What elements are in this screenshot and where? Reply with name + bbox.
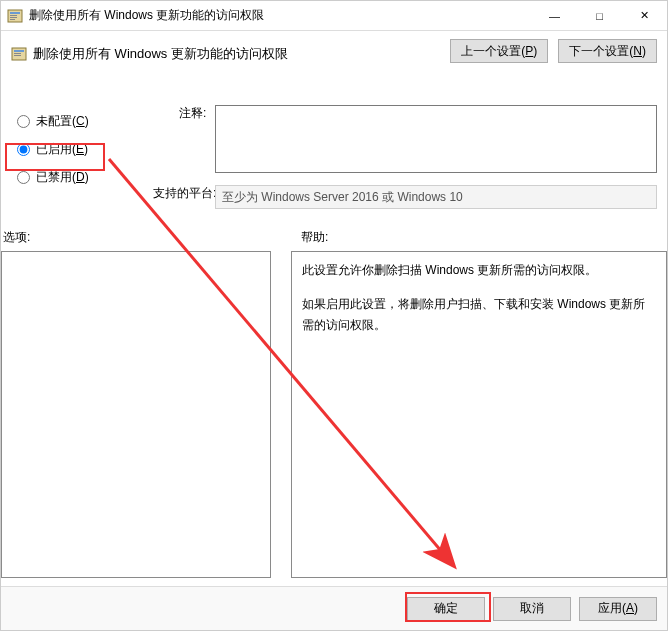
policy-icon [7,8,23,24]
cancel-button[interactable]: 取消 [493,597,571,621]
radio-enabled-label: 已启用(E) [36,141,88,158]
content-area: 删除使用所有 Windows 更新功能的访问权限 上一个设置(P) 下一个设置(… [1,31,667,586]
help-paragraph-2: 如果启用此设置，将删除用户扫描、下载和安装 Windows 更新所需的访问权限。 [302,294,656,335]
dialog-footer: 确定 取消 应用(A) [1,586,667,630]
help-header: 帮助: [301,229,328,246]
radio-enabled[interactable]: 已启用(E) [11,137,161,161]
policy-icon [11,46,27,62]
ok-button[interactable]: 确定 [407,597,485,621]
radio-disabled[interactable]: 已禁用(D) [11,165,161,189]
next-setting-button[interactable]: 下一个设置(N) [558,39,657,63]
svg-rect-1 [10,12,20,14]
close-button[interactable]: ✕ [622,1,667,30]
help-pane[interactable]: 此设置允许你删除扫描 Windows 更新所需的访问权限。 如果启用此设置，将删… [291,251,667,578]
options-pane[interactable] [1,251,271,578]
platform-box: 至少为 Windows Server 2016 或 Windows 10 [215,185,657,209]
svg-rect-7 [14,53,21,54]
radio-group: 未配置(C) 已启用(E) 已禁用(D) [11,105,161,193]
window-title: 删除使用所有 Windows 更新功能的访问权限 [29,7,532,24]
platform-label: 支持的平台: [153,185,216,202]
apply-button[interactable]: 应用(A) [579,597,657,621]
minimize-button[interactable]: — [532,1,577,30]
radio-disabled-label: 已禁用(D) [36,169,89,186]
radio-disabled-input[interactable] [17,171,30,184]
prev-setting-button[interactable]: 上一个设置(P) [450,39,548,63]
nav-buttons: 上一个设置(P) 下一个设置(N) [450,39,657,63]
svg-rect-4 [10,19,15,20]
group-policy-dialog: 删除使用所有 Windows 更新功能的访问权限 — □ ✕ 删除使用所有 Wi… [0,0,668,631]
maximize-button[interactable]: □ [577,1,622,30]
radio-not-configured-input[interactable] [17,115,30,128]
radio-not-configured-label: 未配置(C) [36,113,89,130]
radio-enabled-input[interactable] [17,143,30,156]
svg-rect-8 [14,55,21,56]
svg-rect-3 [10,17,17,18]
help-paragraph-1: 此设置允许你删除扫描 Windows 更新所需的访问权限。 [302,260,656,280]
comment-textarea[interactable] [215,105,657,173]
svg-rect-6 [14,50,24,52]
lower-panes: 选项: 帮助: 此设置允许你删除扫描 Windows 更新所需的访问权限。 如果… [1,251,667,578]
svg-rect-2 [10,15,17,16]
titlebar: 删除使用所有 Windows 更新功能的访问权限 — □ ✕ [1,1,667,31]
comment-label: 注释: [179,105,206,122]
radio-not-configured[interactable]: 未配置(C) [11,109,161,133]
policy-heading: 删除使用所有 Windows 更新功能的访问权限 [33,45,288,63]
options-header: 选项: [3,229,30,246]
